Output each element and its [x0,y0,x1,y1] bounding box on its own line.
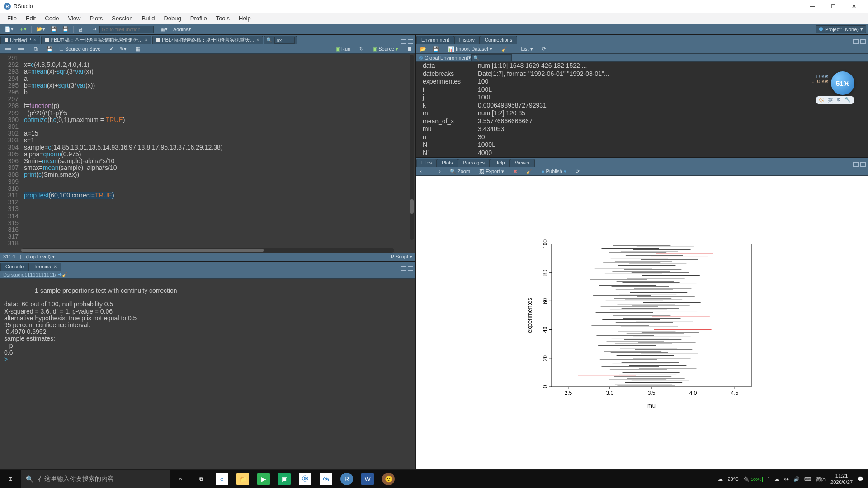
code-area[interactable]: x=c(4.3,5.0,4.2,4.0,4.1) a=mean(x)-sqrt(… [21,54,415,248]
env-search-input[interactable] [471,54,512,61]
tab-packages[interactable]: Packages [458,159,490,167]
env-scope-label[interactable]: Global Environment [425,55,468,61]
pane-maximize-icon[interactable] [408,39,413,44]
project-menu[interactable]: ⬣ Project: (None) ▾ [816,25,866,33]
pane-maximize-icon[interactable] [860,39,866,44]
taskbar-app-store[interactable]: 🛍 [316,470,336,488]
window-maximize-button[interactable]: ☐ [823,0,844,13]
tab-history[interactable]: History [454,36,480,44]
env-row[interactable]: mnum [1:2] 120 85 [419,109,865,117]
source-find-input[interactable] [274,37,295,44]
goto-file-input[interactable] [99,26,154,33]
menu-tools[interactable]: Tools [212,15,234,22]
spellcheck-button[interactable]: ✔ [108,46,115,52]
pane-minimize-icon[interactable] [401,266,406,271]
clear-plots-button[interactable]: 🧹 [524,169,534,174]
taskbar-clock[interactable]: 11:212020/6/27 [830,473,853,485]
console-path[interactable]: D:/rstudio11111111111/ [3,272,56,277]
tray-expand-icon[interactable]: ˄ [767,476,770,482]
console-output[interactable]: 1-sample proportions test with continuit… [0,279,415,469]
pane-maximize-icon[interactable] [408,266,413,271]
ime-lang[interactable]: 简体 [816,476,826,483]
refresh-env-button[interactable]: ⟳ [540,46,548,52]
tab-environment[interactable]: Environment [416,36,454,44]
menu-view[interactable]: View [63,15,85,22]
load-workspace-button[interactable]: 📂 [418,46,428,52]
env-view-mode[interactable]: ≡ List ▾ [515,46,535,52]
pane-minimize-icon[interactable] [853,162,859,167]
show-in-new-window-button[interactable]: ⧉ [32,46,39,52]
battery-icon[interactable]: 🔌100% [743,476,763,482]
source-button[interactable]: ▣ Source ▾ [371,46,400,52]
addins-menu[interactable]: Addins ▾ [170,25,194,33]
menu-profile[interactable]: Profile [186,15,212,22]
compile-report-button[interactable]: ▦ [134,46,142,52]
env-row[interactable]: N14000 [419,149,865,157]
window-close-button[interactable]: ✕ [844,0,864,13]
network-icon[interactable]: 🕪 [784,476,789,482]
print-button[interactable]: 🖨 [75,25,86,33]
tab-plots[interactable]: Plots [437,159,458,167]
menu-plots[interactable]: Plots [85,15,107,22]
window-minimize-button[interactable]: — [802,0,823,13]
scope-label[interactable]: (Top Level) [26,254,50,259]
open-file-button[interactable]: 📂▾ [33,25,48,33]
source-tab-0[interactable]: Untitled1*× [0,36,40,44]
save-workspace-button[interactable]: 💾 [431,46,441,52]
start-button[interactable]: ⊞ [0,470,21,488]
taskbar-search[interactable]: 🔍 在这里输入你要搜索的内容 [21,470,170,488]
save-button[interactable]: 💾 [48,25,60,33]
export-button[interactable]: 🖼 Export ▾ [477,169,506,174]
menu-file[interactable]: File [3,15,21,22]
env-row[interactable]: datebreaksDate[1:7], format: "1992-06-01… [419,70,865,78]
notifications-icon[interactable]: 💬 [857,476,863,482]
outline-button[interactable]: ≣ [406,46,413,52]
editor-hscrollbar[interactable] [21,248,394,253]
source-find-tab[interactable]: 🔍 [264,36,297,44]
weather-icon[interactable]: ☁ [718,476,723,482]
pane-minimize-icon[interactable] [401,39,406,44]
source-on-save-check[interactable]: ☐ Source on Save [57,46,102,52]
env-row[interactable]: i100L [419,86,865,94]
close-tab-icon[interactable]: × [256,38,259,42]
tab-terminal[interactable]: Terminal × [28,263,61,271]
taskbar-app-iqiyi[interactable]: ▣ [274,470,295,488]
grid-icon[interactable]: ▦▾ [158,25,170,33]
onedrive-icon[interactable]: ☁ [774,476,779,482]
zoom-button[interactable]: 🔍 Zoom [448,169,472,174]
wand-button[interactable]: ✎▾ [118,46,128,52]
source-tab-2[interactable]: PBL小组报告终稿：基于R语言实现重庆…× [152,36,263,44]
env-row[interactable]: n30 [419,133,865,141]
rerun-button[interactable]: ↻ [358,46,365,52]
code-editor[interactable]: 291 292 293 294 295 296 297 298 299 300 … [0,54,415,248]
menu-help[interactable]: Help [234,15,255,22]
source-tab-1[interactable]: PBL中稿：基于R语言实现重庆房价走势…× [41,36,152,44]
nav-back-button[interactable]: ⟸ [2,46,13,52]
refresh-plot-button[interactable]: ⟳ [574,169,581,174]
path-arrow-icon[interactable]: ➜ [58,272,62,277]
close-tab-icon[interactable]: × [33,38,36,42]
new-project-button[interactable]: ＋▾ [16,25,29,33]
plot-next-button[interactable]: ⟹ [432,169,443,174]
taskbar-app-rstudio[interactable]: R [336,470,357,488]
env-row[interactable]: experimentes100 [419,78,865,86]
taskbar-app-edge[interactable]: e [212,470,232,488]
tab-connections[interactable]: Connections [480,36,517,44]
save-all-button[interactable]: 💾 [60,25,71,33]
remove-plot-button[interactable]: ✖ [511,169,519,174]
taskbar-app-media[interactable]: ▶ [253,470,274,488]
run-button[interactable]: ▣ Run [334,46,352,52]
volume-icon[interactable]: 🔊 [793,476,800,482]
new-file-button[interactable]: 📄▾ [2,25,16,33]
cortana-button[interactable]: ○ [170,470,191,488]
menu-session[interactable]: Session [107,15,137,22]
menu-code[interactable]: Code [40,15,63,22]
ime-icon[interactable]: ⌨ [804,476,811,482]
taskbar-app-ie[interactable]: ⓔ [295,470,316,488]
task-view-button[interactable]: ⧉ [191,470,212,488]
env-row[interactable]: k0.000649895872792931 [419,102,865,110]
tab-files[interactable]: Files [416,159,437,167]
env-row[interactable]: mean_of_x3.55776666666667 [419,117,865,126]
env-row[interactable]: mu3.434053 [419,125,865,133]
pane-minimize-icon[interactable] [853,39,859,44]
